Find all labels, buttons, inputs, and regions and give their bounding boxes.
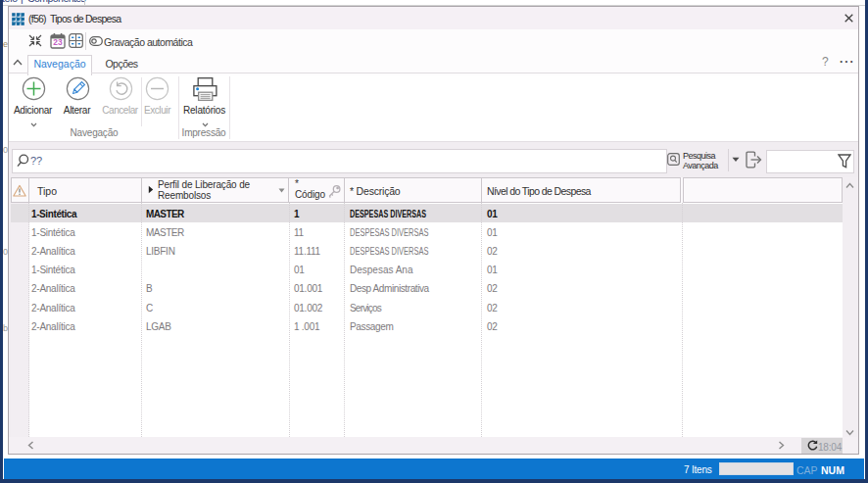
svg-text:23: 23: [53, 37, 63, 47]
